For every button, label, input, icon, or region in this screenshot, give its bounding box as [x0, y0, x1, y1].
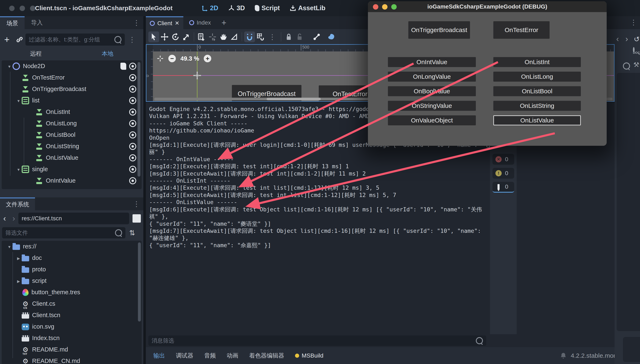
history-back-icon[interactable]: ‹ — [0, 214, 9, 223]
bottom-panel-output[interactable]: 输出 — [153, 352, 165, 360]
select-tool[interactable] — [148, 32, 159, 42]
scene-tree-row[interactable]: OnListBool — [2, 129, 142, 140]
debug-game-window[interactable]: ioGameSdkCsharpExampleGodot (DEBUG) OnTr… — [368, 1, 607, 146]
tab-scene[interactable]: 场景 — [0, 16, 25, 29]
file-tree-scrollbar[interactable] — [138, 242, 141, 322]
debug-grid-button[interactable]: OnListValue — [493, 115, 581, 125]
debug-grid-button[interactable]: OnListInt — [493, 57, 581, 67]
file-row[interactable]: res:// — [2, 241, 142, 252]
debug-grid-button[interactable]: OnListLong — [493, 72, 581, 82]
minimize-icon[interactable] — [382, 4, 387, 10]
close-icon[interactable]: ✕ — [175, 20, 179, 26]
file-row[interactable]: README_CN.md — [2, 355, 142, 364]
tab-scene-client[interactable]: Client ✕ — [146, 16, 183, 29]
close-icon[interactable] — [373, 4, 378, 10]
scene-tree-scrollbar[interactable] — [138, 62, 140, 176]
snap-pivot-tool[interactable] — [207, 32, 218, 42]
visibility-eye-icon[interactable] — [129, 166, 136, 173]
scene-filter-input[interactable]: 过滤器:名称、t:类型、g:分组 — [26, 34, 125, 46]
debug-grid-button[interactable]: OnIntValue — [388, 57, 476, 67]
scrollbar-thumb[interactable] — [267, 98, 321, 100]
notification-bell-icon[interactable] — [559, 352, 567, 360]
visibility-eye-icon[interactable] — [129, 108, 136, 116]
visibility-eye-icon[interactable] — [129, 177, 136, 184]
visibility-eye-icon[interactable] — [129, 132, 136, 138]
version-label[interactable]: 4.2.2.stable.mono — [571, 352, 621, 359]
debug-button-ontesterror[interactable]: OnTestError — [493, 21, 549, 39]
menu-script-button[interactable]: Script — [255, 4, 280, 12]
bottom-panel-shader-editor[interactable]: 着色器编辑器 — [249, 352, 284, 360]
debug-grid-button[interactable]: OnListString — [493, 101, 581, 111]
select-list-tool[interactable] — [196, 32, 207, 42]
zoom-level[interactable]: 49.3 % — [180, 55, 199, 62]
pan-tool[interactable] — [218, 32, 229, 42]
file-filter-input[interactable]: 筛选文件 — [2, 227, 125, 238]
tab-scene-index[interactable]: Index — [183, 16, 217, 29]
warning-count-badge[interactable]: ! 0 — [492, 168, 514, 179]
file-row[interactable]: Index.tscn — [2, 332, 142, 344]
history-icon[interactable]: ↺ — [634, 35, 640, 43]
search-icon[interactable] — [623, 62, 630, 70]
menu-3d-button[interactable]: 3D — [228, 4, 245, 12]
zoom-in-button[interactable]: + — [204, 55, 211, 62]
file-row[interactable]: script — [2, 275, 142, 286]
inspector-menu-icon[interactable]: ⋮ — [630, 19, 637, 26]
visibility-eye-icon[interactable] — [129, 86, 136, 93]
menu-assetlib-button[interactable]: AssetLib — [290, 4, 325, 12]
file-row[interactable]: Client.tscn — [2, 310, 142, 321]
history-forward-icon[interactable]: › — [625, 34, 628, 44]
filesystem-panel-menu-icon[interactable]: ⋮ — [133, 198, 140, 210]
bottom-panel-debugger[interactable]: 调试器 — [176, 352, 193, 360]
sort-files-icon[interactable]: ⇅ — [129, 229, 135, 237]
remote-button[interactable]: 远程 — [0, 48, 72, 59]
bottom-panel-animation[interactable]: 动画 — [227, 352, 238, 360]
scene-panel-menu-icon[interactable]: ⋮ — [133, 16, 140, 29]
snap-options-menu-icon[interactable]: ⋮ — [269, 33, 276, 40]
file-row[interactable]: icon.svg — [2, 321, 142, 332]
scene-tree-row[interactable]: OnTriggerBroadcast — [2, 83, 142, 95]
file-row[interactable]: README.md — [2, 344, 142, 355]
attached-script-icon[interactable] — [120, 63, 126, 70]
window-control-minimize[interactable] — [20, 6, 25, 11]
debug-grid-button[interactable]: OnValueObject — [388, 115, 476, 125]
zoom-out-button[interactable]: − — [168, 55, 176, 62]
bottom-panel-msbuild[interactable]: MSBuild — [302, 352, 323, 359]
file-row[interactable]: doc — [2, 252, 142, 264]
scene-tree-row[interactable]: OnTestError — [2, 72, 142, 83]
scene-tree-row[interactable]: OnListValue — [2, 152, 142, 164]
unlock-icon[interactable] — [294, 32, 305, 42]
add-node-button[interactable]: + — [0, 34, 14, 45]
debug-grid-button[interactable]: OnStringValue — [388, 101, 476, 111]
file-row[interactable]: proto — [2, 264, 142, 275]
ruler-tool[interactable] — [229, 32, 240, 42]
message-filter-input[interactable]: 消息筛选 — [148, 336, 486, 346]
debug-grid-button[interactable]: OnBoolValue — [388, 86, 476, 96]
menu-2d-button[interactable]: 2D — [202, 4, 218, 12]
visibility-eye-icon[interactable] — [129, 120, 136, 127]
edit-count-badge[interactable]: 0 — [492, 182, 514, 192]
file-row[interactable]: Client.cs — [2, 298, 142, 310]
visibility-eye-icon[interactable] — [129, 143, 136, 150]
window-control-zoom[interactable] — [30, 6, 36, 11]
tab-import[interactable]: 导入 — [25, 16, 49, 29]
split-mode-button[interactable] — [133, 214, 141, 222]
maximize-icon[interactable] — [391, 4, 397, 10]
error-count-badge[interactable]: ✕ 0 — [492, 154, 514, 165]
scene-tree-row[interactable]: OnListLong — [2, 118, 142, 129]
history-back-icon[interactable]: ‹ — [616, 34, 619, 44]
tree-chevron-icon[interactable] — [16, 166, 22, 172]
bottom-panel-audio[interactable]: 音频 — [204, 352, 216, 360]
center-view-icon[interactable] — [157, 55, 164, 62]
tree-chevron-icon[interactable] — [16, 98, 22, 104]
scene-tree-row[interactable]: single — [2, 164, 142, 175]
new-scene-tab-button[interactable]: + — [217, 16, 231, 29]
rotate-tool[interactable] — [170, 32, 181, 42]
tab-filesystem[interactable]: 文件系统 — [0, 198, 35, 210]
smart-snap-toggle[interactable] — [244, 32, 255, 42]
origin-gizmo[interactable] — [193, 72, 201, 79]
skeleton-options-icon[interactable] — [326, 32, 337, 42]
lock-icon[interactable] — [283, 32, 294, 42]
history-forward-icon[interactable]: › — [9, 214, 18, 223]
scene-tree-row[interactable]: list — [2, 95, 142, 106]
tree-chevron-icon[interactable] — [6, 63, 13, 69]
